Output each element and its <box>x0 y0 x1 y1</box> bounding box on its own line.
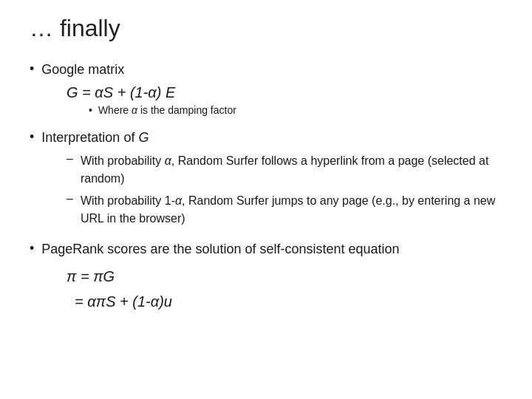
bullet-dot-1: • <box>30 61 34 77</box>
dash-2: – <box>66 192 73 205</box>
bullet-pagerank: • PageRank scores are the solution of se… <box>30 239 502 314</box>
pagerank-formula-block: π = πG = απS + (1-α)u <box>66 264 502 314</box>
where-alpha-text: Where α is the damping factor <box>98 104 236 116</box>
prob-alpha-text: With probability α, Random Surfer follow… <box>81 152 502 188</box>
bullet-interpretation: • Interpretation of G – With probability… <box>30 128 502 228</box>
bullet-label-google-matrix: Google matrix <box>41 60 124 80</box>
bullet-label-interpretation: Interpretation of G <box>41 128 149 148</box>
pagerank-formula-2: = απS + (1-α)u <box>66 289 502 314</box>
where-dot: • <box>89 104 92 116</box>
sub-bullet-prob-alpha: – With probability α, Random Surfer foll… <box>66 152 502 188</box>
pagerank-formula-1: π = πG <box>66 264 502 289</box>
bullet-dot-3: • <box>30 241 34 256</box>
bullet-label-pagerank: PageRank scores are the solution of self… <box>41 239 399 259</box>
interpretation-sub-bullets: – With probability α, Random Surfer foll… <box>66 152 502 228</box>
google-matrix-formula: G = αS + (1-α) E <box>66 84 502 101</box>
prob-1-alpha-text: With probability 1-α, Random Surfer jump… <box>81 192 502 228</box>
sub-bullet-prob-1-alpha: – With probability 1-α, Random Surfer ju… <box>66 192 502 228</box>
dash-1: – <box>66 152 73 166</box>
where-alpha: • Where α is the damping factor <box>89 104 502 116</box>
bullet-dot-2: • <box>30 129 34 145</box>
slide-title: … finally <box>30 15 502 42</box>
bullet-google-matrix: • Google matrix G = αS + (1-α) E • Where… <box>30 60 502 116</box>
